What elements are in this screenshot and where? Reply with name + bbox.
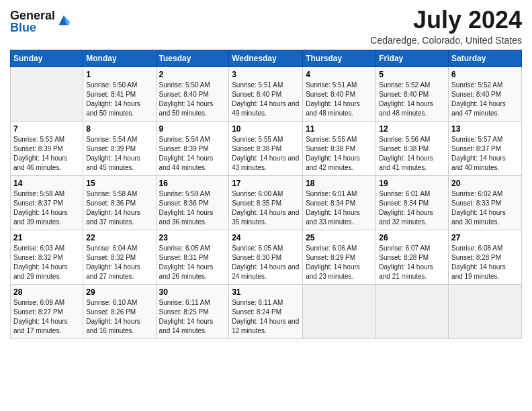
day-info: Sunrise: 5:55 AMSunset: 8:38 PMDaylight:… (306, 135, 373, 173)
logo-general: General (10, 9, 55, 21)
calendar-week-5: 28Sunrise: 6:09 AMSunset: 8:27 PMDayligh… (11, 284, 522, 338)
day-number: 17 (232, 179, 300, 188)
calendar-cell: 15Sunrise: 5:58 AMSunset: 8:36 PMDayligh… (83, 175, 156, 230)
day-info: Sunrise: 5:54 AMSunset: 8:39 PMDaylight:… (159, 135, 226, 173)
day-info: Sunrise: 6:08 AMSunset: 8:28 PMDaylight:… (451, 244, 519, 281)
day-number: 24 (232, 233, 300, 242)
day-number: 16 (159, 179, 226, 188)
calendar-cell: 6Sunrise: 5:52 AMSunset: 8:40 PMDaylight… (449, 66, 522, 121)
day-info: Sunrise: 5:55 AMSunset: 8:38 PMDaylight:… (232, 135, 300, 173)
day-info: Sunrise: 5:50 AMSunset: 8:40 PMDaylight:… (159, 81, 226, 118)
page-header: General Blue July 2024 Cedaredge, Colora… (10, 7, 522, 46)
day-number: 11 (306, 124, 373, 134)
day-number: 20 (451, 179, 519, 188)
day-info: Sunrise: 6:03 AMSunset: 8:32 PMDaylight:… (13, 244, 80, 281)
weekday-header-wednesday: Wednesday (229, 50, 303, 66)
day-number: 8 (86, 124, 152, 134)
day-info: Sunrise: 5:53 AMSunset: 8:39 PMDaylight:… (13, 135, 80, 173)
location-subtitle: Cedaredge, Colorado, United States (370, 35, 522, 46)
calendar-cell (376, 284, 449, 338)
logo-blue: Blue (10, 21, 55, 34)
day-info: Sunrise: 5:52 AMSunset: 8:40 PMDaylight:… (451, 81, 519, 118)
calendar-cell: 31Sunrise: 6:11 AMSunset: 8:24 PMDayligh… (229, 284, 303, 338)
calendar-cell: 23Sunrise: 6:05 AMSunset: 8:31 PMDayligh… (156, 230, 229, 284)
calendar-cell: 20Sunrise: 6:02 AMSunset: 8:33 PMDayligh… (449, 175, 522, 230)
calendar-cell: 9Sunrise: 5:54 AMSunset: 8:39 PMDaylight… (156, 121, 229, 175)
calendar-cell: 29Sunrise: 6:10 AMSunset: 8:26 PMDayligh… (83, 284, 156, 338)
day-info: Sunrise: 5:52 AMSunset: 8:40 PMDaylight:… (379, 81, 445, 118)
day-number: 3 (232, 70, 300, 79)
day-number: 14 (13, 179, 80, 188)
day-info: Sunrise: 6:02 AMSunset: 8:33 PMDaylight:… (451, 189, 519, 227)
calendar-cell: 7Sunrise: 5:53 AMSunset: 8:39 PMDaylight… (11, 121, 83, 175)
day-number: 5 (379, 70, 445, 79)
logo-icon (56, 13, 71, 28)
day-info: Sunrise: 6:07 AMSunset: 8:28 PMDaylight:… (379, 244, 445, 281)
day-info: Sunrise: 6:05 AMSunset: 8:31 PMDaylight:… (159, 244, 226, 281)
day-info: Sunrise: 6:09 AMSunset: 8:27 PMDaylight:… (13, 298, 80, 336)
weekday-header-friday: Friday (376, 50, 449, 66)
day-info: Sunrise: 6:04 AMSunset: 8:32 PMDaylight:… (86, 244, 152, 281)
calendar-cell: 30Sunrise: 6:11 AMSunset: 8:25 PMDayligh… (156, 284, 229, 338)
calendar-cell: 2Sunrise: 5:50 AMSunset: 8:40 PMDaylight… (156, 66, 229, 121)
day-info: Sunrise: 5:51 AMSunset: 8:40 PMDaylight:… (232, 81, 300, 118)
calendar-cell (303, 284, 376, 338)
weekday-header-thursday: Thursday (303, 50, 376, 66)
day-number: 4 (306, 70, 373, 79)
day-number: 12 (379, 124, 445, 134)
calendar-cell: 14Sunrise: 5:58 AMSunset: 8:37 PMDayligh… (11, 175, 83, 230)
day-number: 30 (159, 287, 226, 297)
day-number: 22 (86, 233, 152, 242)
day-info: Sunrise: 5:56 AMSunset: 8:38 PMDaylight:… (379, 135, 445, 173)
calendar-cell: 13Sunrise: 5:57 AMSunset: 8:37 PMDayligh… (449, 121, 522, 175)
day-number: 25 (306, 233, 373, 242)
day-number: 2 (159, 70, 226, 79)
day-number: 26 (379, 233, 445, 242)
calendar-cell: 5Sunrise: 5:52 AMSunset: 8:40 PMDaylight… (376, 66, 449, 121)
day-number: 15 (86, 179, 152, 188)
calendar-table: SundayMondayTuesdayWednesdayThursdayFrid… (10, 50, 522, 339)
day-number: 21 (13, 233, 80, 242)
calendar-cell: 3Sunrise: 5:51 AMSunset: 8:40 PMDaylight… (229, 66, 303, 121)
day-info: Sunrise: 6:11 AMSunset: 8:24 PMDaylight:… (232, 298, 300, 336)
day-info: Sunrise: 5:59 AMSunset: 8:36 PMDaylight:… (159, 189, 226, 227)
day-number: 7 (13, 124, 80, 134)
day-number: 31 (232, 287, 300, 297)
day-number: 18 (306, 179, 373, 188)
day-info: Sunrise: 6:06 AMSunset: 8:29 PMDaylight:… (306, 244, 373, 281)
day-info: Sunrise: 5:57 AMSunset: 8:37 PMDaylight:… (451, 135, 519, 173)
day-number: 9 (159, 124, 226, 134)
calendar-cell: 4Sunrise: 5:51 AMSunset: 8:40 PMDaylight… (303, 66, 376, 121)
day-number: 28 (13, 287, 80, 297)
day-number: 10 (232, 124, 300, 134)
calendar-cell: 26Sunrise: 6:07 AMSunset: 8:28 PMDayligh… (376, 230, 449, 284)
day-number: 13 (451, 124, 519, 134)
calendar-cell: 11Sunrise: 5:55 AMSunset: 8:38 PMDayligh… (303, 121, 376, 175)
calendar-cell: 19Sunrise: 6:01 AMSunset: 8:34 PMDayligh… (376, 175, 449, 230)
calendar-cell: 8Sunrise: 5:54 AMSunset: 8:39 PMDaylight… (83, 121, 156, 175)
calendar-cell: 10Sunrise: 5:55 AMSunset: 8:38 PMDayligh… (229, 121, 303, 175)
calendar-cell: 18Sunrise: 6:01 AMSunset: 8:34 PMDayligh… (303, 175, 376, 230)
weekday-header-tuesday: Tuesday (156, 50, 229, 66)
day-number: 29 (86, 287, 152, 297)
calendar-cell (449, 284, 522, 338)
calendar-week-4: 21Sunrise: 6:03 AMSunset: 8:32 PMDayligh… (11, 230, 522, 284)
day-info: Sunrise: 5:50 AMSunset: 8:41 PMDaylight:… (86, 81, 152, 118)
day-number: 19 (379, 179, 445, 188)
calendar-week-3: 14Sunrise: 5:58 AMSunset: 8:37 PMDayligh… (11, 175, 522, 230)
calendar-cell: 27Sunrise: 6:08 AMSunset: 8:28 PMDayligh… (449, 230, 522, 284)
calendar-week-1: 1Sunrise: 5:50 AMSunset: 8:41 PMDaylight… (11, 66, 522, 121)
logo: General Blue (10, 9, 71, 34)
weekday-header-saturday: Saturday (449, 50, 522, 66)
day-info: Sunrise: 5:54 AMSunset: 8:39 PMDaylight:… (86, 135, 152, 173)
day-info: Sunrise: 6:01 AMSunset: 8:34 PMDaylight:… (306, 189, 373, 227)
day-number: 1 (86, 70, 152, 79)
weekday-header-row: SundayMondayTuesdayWednesdayThursdayFrid… (11, 50, 522, 66)
day-number: 6 (451, 70, 519, 79)
title-block: July 2024 Cedaredge, Colorado, United St… (370, 7, 522, 46)
day-number: 27 (451, 233, 519, 242)
calendar-cell: 1Sunrise: 5:50 AMSunset: 8:41 PMDaylight… (83, 66, 156, 121)
weekday-header-sunday: Sunday (11, 50, 83, 66)
calendar-cell: 28Sunrise: 6:09 AMSunset: 8:27 PMDayligh… (11, 284, 83, 338)
day-info: Sunrise: 5:58 AMSunset: 8:36 PMDaylight:… (86, 189, 152, 227)
